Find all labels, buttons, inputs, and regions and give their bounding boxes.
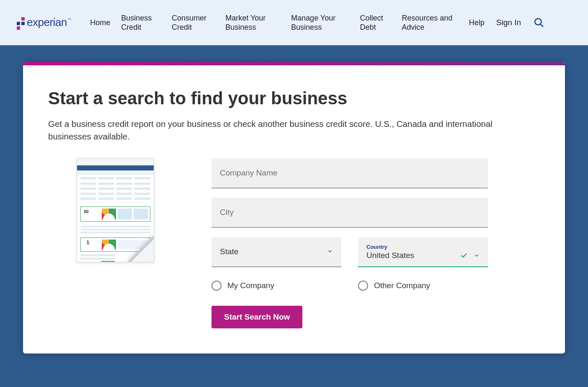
- chevron-down-icon: [327, 248, 333, 255]
- page-subtitle: Get a business credit report on your bus…: [48, 118, 509, 142]
- page-stage: Start a search to find your business Get…: [0, 45, 588, 379]
- signin-link[interactable]: Sign In: [496, 18, 521, 27]
- company-name-field[interactable]: [211, 158, 488, 188]
- brand-name: experian™: [27, 16, 70, 30]
- radio-icon: [211, 281, 222, 291]
- chevron-down-icon: [474, 253, 480, 258]
- sample-report-thumbnail: [77, 158, 154, 262]
- nav-consumer-credit[interactable]: Consumer Credit: [172, 13, 214, 32]
- nav-help[interactable]: Help: [469, 18, 485, 28]
- city-field[interactable]: [211, 198, 488, 228]
- radio-my-company-label: My Company: [227, 281, 274, 290]
- nav-collect-debt[interactable]: Collect Debt: [360, 13, 391, 32]
- nav-resources[interactable]: Resources and Advice: [402, 13, 458, 32]
- company-name-input[interactable]: [220, 168, 480, 178]
- search-card: Start a search to find your business Get…: [23, 62, 565, 353]
- svg-line-1: [541, 24, 543, 27]
- top-navigation: experian™ Home Business Credit Consumer …: [0, 0, 588, 45]
- nav-market-business[interactable]: Market Your Business: [225, 13, 280, 32]
- radio-my-company[interactable]: My Company: [211, 281, 341, 291]
- start-search-button[interactable]: Start Search Now: [211, 306, 302, 328]
- brand-logo[interactable]: experian™: [17, 16, 70, 30]
- nav-home[interactable]: Home: [90, 18, 110, 28]
- company-type-radios: My Company Other Company: [211, 281, 488, 291]
- header-actions: Sign In: [496, 17, 571, 28]
- logo-mark-icon: [17, 17, 26, 30]
- nav-manage-business[interactable]: Manage Your Business: [291, 13, 349, 32]
- business-search-form: State Country United States: [211, 158, 488, 328]
- radio-other-company[interactable]: Other Company: [358, 281, 488, 291]
- nav-business-credit[interactable]: Business Credit: [121, 13, 161, 32]
- radio-other-company-label: Other Company: [374, 281, 430, 290]
- country-mini-label: Country: [366, 244, 480, 250]
- card-accent-bar: [23, 62, 565, 65]
- state-select[interactable]: State: [211, 237, 341, 267]
- state-label: State: [220, 247, 238, 256]
- page-curl-icon: [128, 236, 154, 262]
- report-thumbnail-column: [48, 158, 182, 328]
- menu-icon[interactable]: [557, 18, 571, 27]
- svg-point-0: [535, 18, 541, 25]
- search-icon[interactable]: [534, 17, 544, 28]
- country-value: United States: [366, 251, 414, 260]
- city-input[interactable]: [220, 208, 480, 217]
- radio-icon: [358, 281, 368, 291]
- page-title: Start a search to find your business: [48, 88, 540, 108]
- country-select[interactable]: Country United States: [358, 237, 488, 267]
- primary-nav: Home Business Credit Consumer Credit Mar…: [90, 13, 485, 32]
- check-icon: [460, 252, 468, 259]
